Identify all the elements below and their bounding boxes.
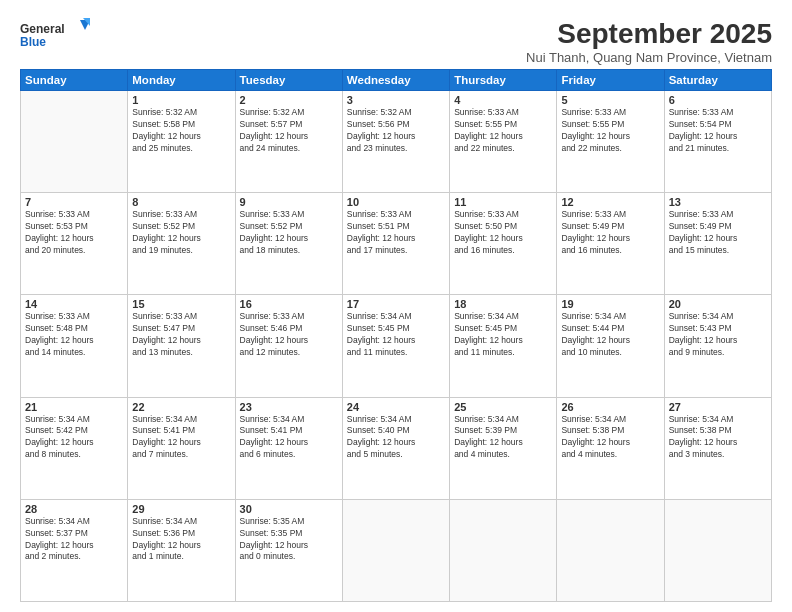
day-number: 16: [240, 298, 338, 310]
day-number: 22: [132, 401, 230, 413]
week-row-3: 21Sunrise: 5:34 AM Sunset: 5:42 PM Dayli…: [21, 397, 772, 499]
day-number: 4: [454, 94, 552, 106]
cell-w2-d5: 19Sunrise: 5:34 AM Sunset: 5:44 PM Dayli…: [557, 295, 664, 397]
day-number: 8: [132, 196, 230, 208]
cell-w1-d2: 9Sunrise: 5:33 AM Sunset: 5:52 PM Daylig…: [235, 193, 342, 295]
cell-w0-d6: 6Sunrise: 5:33 AM Sunset: 5:54 PM Daylig…: [664, 91, 771, 193]
day-info: Sunrise: 5:32 AM Sunset: 5:56 PM Dayligh…: [347, 107, 445, 155]
day-number: 5: [561, 94, 659, 106]
day-number: 9: [240, 196, 338, 208]
day-info: Sunrise: 5:34 AM Sunset: 5:42 PM Dayligh…: [25, 414, 123, 462]
week-row-0: 1Sunrise: 5:32 AM Sunset: 5:58 PM Daylig…: [21, 91, 772, 193]
day-info: Sunrise: 5:32 AM Sunset: 5:57 PM Dayligh…: [240, 107, 338, 155]
cell-w3-d1: 22Sunrise: 5:34 AM Sunset: 5:41 PM Dayli…: [128, 397, 235, 499]
cell-w2-d3: 17Sunrise: 5:34 AM Sunset: 5:45 PM Dayli…: [342, 295, 449, 397]
cell-w1-d6: 13Sunrise: 5:33 AM Sunset: 5:49 PM Dayli…: [664, 193, 771, 295]
cell-w2-d6: 20Sunrise: 5:34 AM Sunset: 5:43 PM Dayli…: [664, 295, 771, 397]
day-number: 29: [132, 503, 230, 515]
title-block: September 2025 Nui Thanh, Quang Nam Prov…: [526, 18, 772, 65]
col-tuesday: Tuesday: [235, 70, 342, 91]
header-row: Sunday Monday Tuesday Wednesday Thursday…: [21, 70, 772, 91]
day-info: Sunrise: 5:33 AM Sunset: 5:54 PM Dayligh…: [669, 107, 767, 155]
cell-w4-d0: 28Sunrise: 5:34 AM Sunset: 5:37 PM Dayli…: [21, 499, 128, 601]
day-number: 21: [25, 401, 123, 413]
day-info: Sunrise: 5:34 AM Sunset: 5:45 PM Dayligh…: [347, 311, 445, 359]
week-row-2: 14Sunrise: 5:33 AM Sunset: 5:48 PM Dayli…: [21, 295, 772, 397]
cell-w3-d4: 25Sunrise: 5:34 AM Sunset: 5:39 PM Dayli…: [450, 397, 557, 499]
day-number: 15: [132, 298, 230, 310]
cell-w1-d0: 7Sunrise: 5:33 AM Sunset: 5:53 PM Daylig…: [21, 193, 128, 295]
cell-w2-d0: 14Sunrise: 5:33 AM Sunset: 5:48 PM Dayli…: [21, 295, 128, 397]
day-number: 10: [347, 196, 445, 208]
day-number: 27: [669, 401, 767, 413]
cell-w4-d3: [342, 499, 449, 601]
day-info: Sunrise: 5:34 AM Sunset: 5:43 PM Dayligh…: [669, 311, 767, 359]
day-number: 23: [240, 401, 338, 413]
cell-w4-d4: [450, 499, 557, 601]
col-thursday: Thursday: [450, 70, 557, 91]
day-info: Sunrise: 5:33 AM Sunset: 5:51 PM Dayligh…: [347, 209, 445, 257]
day-number: 6: [669, 94, 767, 106]
cell-w1-d5: 12Sunrise: 5:33 AM Sunset: 5:49 PM Dayli…: [557, 193, 664, 295]
day-info: Sunrise: 5:33 AM Sunset: 5:55 PM Dayligh…: [454, 107, 552, 155]
location-title: Nui Thanh, Quang Nam Province, Vietnam: [526, 50, 772, 65]
day-info: Sunrise: 5:34 AM Sunset: 5:39 PM Dayligh…: [454, 414, 552, 462]
day-info: Sunrise: 5:33 AM Sunset: 5:47 PM Dayligh…: [132, 311, 230, 359]
day-info: Sunrise: 5:34 AM Sunset: 5:37 PM Dayligh…: [25, 516, 123, 564]
cell-w0-d0: [21, 91, 128, 193]
header: General Blue September 2025 Nui Thanh, Q…: [20, 18, 772, 65]
cell-w3-d0: 21Sunrise: 5:34 AM Sunset: 5:42 PM Dayli…: [21, 397, 128, 499]
day-number: 19: [561, 298, 659, 310]
day-number: 30: [240, 503, 338, 515]
day-info: Sunrise: 5:34 AM Sunset: 5:38 PM Dayligh…: [669, 414, 767, 462]
svg-text:General: General: [20, 22, 65, 36]
day-number: 11: [454, 196, 552, 208]
week-row-1: 7Sunrise: 5:33 AM Sunset: 5:53 PM Daylig…: [21, 193, 772, 295]
day-info: Sunrise: 5:33 AM Sunset: 5:52 PM Dayligh…: [132, 209, 230, 257]
cell-w1-d1: 8Sunrise: 5:33 AM Sunset: 5:52 PM Daylig…: [128, 193, 235, 295]
cell-w3-d2: 23Sunrise: 5:34 AM Sunset: 5:41 PM Dayli…: [235, 397, 342, 499]
day-info: Sunrise: 5:33 AM Sunset: 5:50 PM Dayligh…: [454, 209, 552, 257]
day-number: 26: [561, 401, 659, 413]
col-wednesday: Wednesday: [342, 70, 449, 91]
day-info: Sunrise: 5:34 AM Sunset: 5:38 PM Dayligh…: [561, 414, 659, 462]
cell-w1-d4: 11Sunrise: 5:33 AM Sunset: 5:50 PM Dayli…: [450, 193, 557, 295]
day-number: 1: [132, 94, 230, 106]
day-info: Sunrise: 5:34 AM Sunset: 5:44 PM Dayligh…: [561, 311, 659, 359]
day-info: Sunrise: 5:32 AM Sunset: 5:58 PM Dayligh…: [132, 107, 230, 155]
day-number: 13: [669, 196, 767, 208]
cell-w0-d3: 3Sunrise: 5:32 AM Sunset: 5:56 PM Daylig…: [342, 91, 449, 193]
cell-w0-d5: 5Sunrise: 5:33 AM Sunset: 5:55 PM Daylig…: [557, 91, 664, 193]
day-info: Sunrise: 5:33 AM Sunset: 5:49 PM Dayligh…: [669, 209, 767, 257]
logo-svg: General Blue: [20, 18, 90, 54]
day-info: Sunrise: 5:33 AM Sunset: 5:48 PM Dayligh…: [25, 311, 123, 359]
cell-w3-d3: 24Sunrise: 5:34 AM Sunset: 5:40 PM Dayli…: [342, 397, 449, 499]
day-info: Sunrise: 5:34 AM Sunset: 5:45 PM Dayligh…: [454, 311, 552, 359]
cell-w1-d3: 10Sunrise: 5:33 AM Sunset: 5:51 PM Dayli…: [342, 193, 449, 295]
cell-w3-d5: 26Sunrise: 5:34 AM Sunset: 5:38 PM Dayli…: [557, 397, 664, 499]
day-number: 14: [25, 298, 123, 310]
cell-w0-d1: 1Sunrise: 5:32 AM Sunset: 5:58 PM Daylig…: [128, 91, 235, 193]
col-friday: Friday: [557, 70, 664, 91]
day-info: Sunrise: 5:34 AM Sunset: 5:41 PM Dayligh…: [132, 414, 230, 462]
day-number: 12: [561, 196, 659, 208]
day-info: Sunrise: 5:33 AM Sunset: 5:53 PM Dayligh…: [25, 209, 123, 257]
day-number: 28: [25, 503, 123, 515]
cell-w0-d4: 4Sunrise: 5:33 AM Sunset: 5:55 PM Daylig…: [450, 91, 557, 193]
cell-w4-d1: 29Sunrise: 5:34 AM Sunset: 5:36 PM Dayli…: [128, 499, 235, 601]
col-saturday: Saturday: [664, 70, 771, 91]
cell-w4-d2: 30Sunrise: 5:35 AM Sunset: 5:35 PM Dayli…: [235, 499, 342, 601]
day-number: 7: [25, 196, 123, 208]
cell-w4-d6: [664, 499, 771, 601]
week-row-4: 28Sunrise: 5:34 AM Sunset: 5:37 PM Dayli…: [21, 499, 772, 601]
month-title: September 2025: [526, 18, 772, 50]
page: General Blue September 2025 Nui Thanh, Q…: [0, 0, 792, 612]
day-number: 17: [347, 298, 445, 310]
day-info: Sunrise: 5:33 AM Sunset: 5:52 PM Dayligh…: [240, 209, 338, 257]
day-number: 2: [240, 94, 338, 106]
cell-w2-d4: 18Sunrise: 5:34 AM Sunset: 5:45 PM Dayli…: [450, 295, 557, 397]
calendar-table: Sunday Monday Tuesday Wednesday Thursday…: [20, 69, 772, 602]
day-number: 3: [347, 94, 445, 106]
day-number: 24: [347, 401, 445, 413]
cell-w2-d2: 16Sunrise: 5:33 AM Sunset: 5:46 PM Dayli…: [235, 295, 342, 397]
